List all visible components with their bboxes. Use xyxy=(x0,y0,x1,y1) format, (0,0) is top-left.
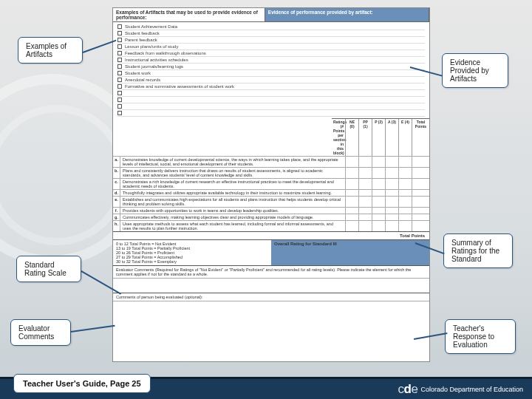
checkbox-icon xyxy=(117,104,122,109)
rating-scale-list: 0 to 12 Total Points = Not Evident13 to … xyxy=(113,240,271,265)
teacher-comments-box xyxy=(113,301,429,316)
artifact-text: Instructional activities schedules xyxy=(125,58,188,62)
artifact-row: Feedback from walkthrough observations xyxy=(117,50,425,57)
standard-row: f.Provides students with opportunities t… xyxy=(113,207,429,214)
standard-row: b.Plans and consistently delivers instru… xyxy=(113,167,429,178)
artifact-text: Student work xyxy=(125,71,151,75)
artifact-text: Student Achievement Data xyxy=(125,24,177,29)
evaluation-form-document: Examples of Artifacts that may be used t… xyxy=(112,7,430,362)
checkbox-icon xyxy=(117,91,122,95)
checkbox-icon xyxy=(117,98,122,102)
scale-line: 30 to 32 Total Points = Exemplary xyxy=(116,259,268,264)
ratings-label: Ratings (# Points per section in this bl… xyxy=(332,119,345,156)
ratings-header-row: Ratings (# Points per section in this bl… xyxy=(332,118,429,156)
checkbox-icon xyxy=(117,84,122,89)
total-points-row: Total Points xyxy=(113,231,429,239)
standard-row: d.Thoughtfully integrates and utilizes a… xyxy=(113,189,429,196)
artifact-row: Anecdotal records xyxy=(117,77,425,83)
standard-row: c.Demonstrates a rich knowledge of curre… xyxy=(113,178,429,189)
checkbox-icon xyxy=(117,24,122,29)
artifact-row xyxy=(117,103,425,110)
artifact-row: Student journals/learning logs xyxy=(117,64,425,70)
artifact-row: Student Achievement Data xyxy=(117,24,425,30)
checkbox-icon xyxy=(117,58,122,62)
artifact-row: Instructional activities schedules xyxy=(117,57,425,64)
page-reference-label: Teacher User's Guide, Page 25 xyxy=(13,374,151,393)
artifact-text: Lesson plans/units of study xyxy=(125,44,178,49)
artifact-row: Lesson plans/units of study xyxy=(117,44,425,50)
checkbox-icon xyxy=(117,44,122,49)
form-header-row: Examples of Artifacts that may be used t… xyxy=(113,8,429,22)
checkbox-icon xyxy=(117,51,122,55)
artifact-row: Formative and summative assessments of s… xyxy=(117,83,425,90)
checkbox-icon xyxy=(117,31,122,35)
checkbox-icon xyxy=(117,111,122,115)
callout-response: Teacher's Response to Evaluation xyxy=(445,319,516,354)
evaluator-comments-header: Evaluator Comments (Required for Ratings… xyxy=(113,265,429,278)
artifact-list: Student Achievement DataStudent feedback… xyxy=(113,22,429,118)
artifact-row xyxy=(117,97,425,103)
callout-summary: Summary of Ratings for the Standard xyxy=(443,233,513,268)
checkbox-icon xyxy=(117,78,122,82)
artifact-row: Student feedback xyxy=(117,30,425,37)
header-evidence: Evidence of performance provided by arti… xyxy=(265,8,429,21)
overall-rating-label: Overall Rating for Standard III xyxy=(271,240,429,265)
artifact-row xyxy=(117,90,425,97)
teacher-comments-header: Comments of person being evaluated (opti… xyxy=(113,293,429,301)
cde-logo-mark: cde xyxy=(398,382,418,397)
standard-row: e.Establishes and communicates high expe… xyxy=(113,196,429,207)
artifact-text: Anecdotal records xyxy=(125,78,160,82)
callout-examples: Examples of Artifacts xyxy=(18,37,83,64)
header-examples: Examples of Artifacts that may be used t… xyxy=(113,8,265,21)
evaluator-comments-box xyxy=(113,278,429,293)
artifact-text: Feedback from walkthrough observations xyxy=(125,51,206,55)
checkbox-icon xyxy=(117,71,122,75)
callout-evidence: Evidence Provided by Artifacts xyxy=(442,53,508,88)
artifact-row xyxy=(117,110,425,117)
standard-row: a.Demonstrates knowledge of current deve… xyxy=(113,156,429,167)
cde-logo: cde Colorado Department of Education xyxy=(398,382,523,397)
artifact-text: Formative and summative assessments of s… xyxy=(125,84,234,89)
cde-logo-text: Colorado Department of Education xyxy=(420,386,523,393)
overall-row: 0 to 12 Total Points = Not Evident13 to … xyxy=(113,239,429,265)
callout-evaluator: Evaluator Comments xyxy=(10,319,71,346)
checkbox-icon xyxy=(117,64,122,69)
standard-row: h.Uses appropriate methods to assess wha… xyxy=(113,220,429,231)
artifact-row: Student work xyxy=(117,70,425,77)
standard-row: g.Communicates effectively, making learn… xyxy=(113,214,429,220)
checkbox-icon xyxy=(117,38,122,42)
artifact-text: Parent feedback xyxy=(125,38,157,42)
standards-body: a.Demonstrates knowledge of current deve… xyxy=(113,156,429,231)
callout-scale: Standard Rating Scale xyxy=(16,256,81,282)
artifact-row: Parent feedback xyxy=(117,37,425,44)
artifact-text: Student feedback xyxy=(125,31,160,35)
artifact-text: Student journals/learning logs xyxy=(125,64,183,69)
